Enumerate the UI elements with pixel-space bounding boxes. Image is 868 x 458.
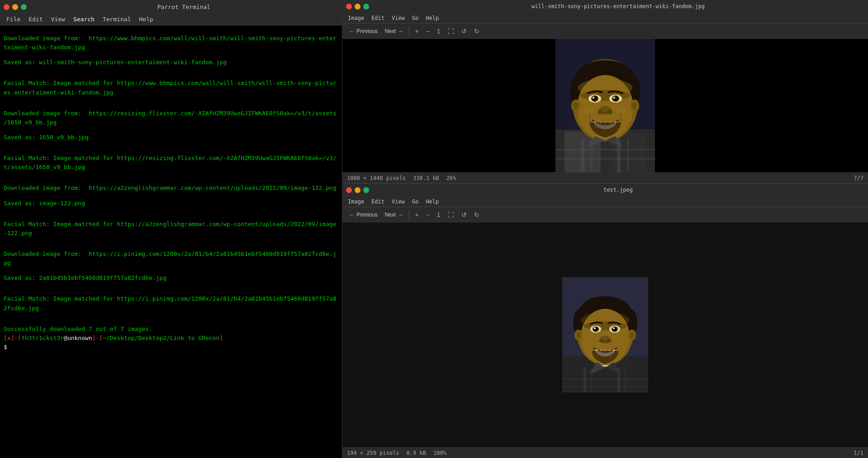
prompt-dollar: $ bbox=[4, 343, 338, 352]
rotate-cw-button[interactable]: ↻ bbox=[471, 26, 482, 36]
viewer-bottom-next-button[interactable]: Next → bbox=[382, 210, 407, 220]
rotate-ccw-button-bottom[interactable]: ↺ bbox=[459, 210, 470, 220]
menu-terminal[interactable]: Terminal bbox=[99, 15, 135, 24]
term-line: Downloaded image from: https://resizing.… bbox=[4, 109, 338, 127]
svg-point-33 bbox=[616, 107, 626, 114]
terminal-body[interactable]: Downloaded image from: https://www.bhmpi… bbox=[0, 25, 342, 458]
terminal-titlebar: Parrot Terminal bbox=[0, 0, 342, 14]
viewer-top-previous-button[interactable]: ← Previous bbox=[346, 26, 380, 36]
viewer-bottom-content bbox=[342, 222, 868, 447]
svg-point-54 bbox=[594, 327, 596, 329]
menu-file[interactable]: File bbox=[3, 15, 24, 24]
prompt-dash2: ]-[ bbox=[92, 334, 103, 343]
viewer-top-menu-view[interactable]: View bbox=[389, 14, 408, 22]
viewer-bottom-toolbar: ← Previous Next → + − 1 ⛶ ↺ bbox=[342, 207, 868, 222]
term-line: Facial Match: Image matched for https://… bbox=[4, 154, 338, 172]
fullscreen-icon: ⛶ bbox=[448, 28, 454, 35]
viewer-bottom-titlebar: test.jpeg bbox=[342, 184, 868, 196]
prompt-dollar-sign: $ bbox=[4, 343, 7, 352]
menu-edit[interactable]: Edit bbox=[25, 15, 46, 24]
viewer-bottom-dimensions: 194 × 259 pixels bbox=[347, 450, 399, 456]
prompt-user: th3tr1ckst3r bbox=[21, 334, 64, 343]
term-line: Facial Match: Image matched for https://… bbox=[4, 220, 338, 238]
viewer-top-menu-go[interactable]: Go bbox=[409, 14, 421, 22]
fullscreen-button[interactable]: ⛶ bbox=[445, 26, 457, 36]
fullscreen-icon-bottom: ⛶ bbox=[448, 211, 454, 218]
zoom-in-icon-bottom: + bbox=[415, 211, 418, 218]
viewer-top-menu-edit[interactable]: Edit bbox=[369, 14, 387, 22]
viewer-top-page: 7/7 bbox=[854, 175, 863, 181]
svg-point-23 bbox=[598, 110, 604, 114]
terminal-maximize-button[interactable] bbox=[21, 4, 27, 10]
viewer-top-next-label: Next bbox=[385, 28, 396, 34]
viewer-bottom-maximize-button[interactable] bbox=[363, 187, 369, 193]
viewer-bottom: test.jpeg Image Edit View Go Help ← Prev… bbox=[342, 184, 868, 458]
viewer-bottom-close-button[interactable] bbox=[346, 187, 352, 193]
term-line: Saved as: 1650_v9_bb.jpg bbox=[4, 133, 338, 142]
term-line: Saved as: will-smith-sony-pictures-enter… bbox=[4, 58, 338, 67]
zoom-1-button-bottom[interactable]: 1 bbox=[434, 210, 443, 220]
arrow-right-icon: → bbox=[397, 28, 403, 35]
viewer-top-menubar: Image Edit View Go Help bbox=[342, 13, 868, 24]
viewer-bottom-next-label: Next bbox=[385, 212, 396, 218]
prompt-dir: ~/Desktop/Desktop2/Link to GRecon bbox=[103, 334, 219, 343]
fullscreen-button-bottom[interactable]: ⛶ bbox=[445, 210, 457, 220]
toolbar-separator bbox=[409, 27, 409, 36]
term-line: Saved as: image-122.png bbox=[4, 199, 338, 208]
viewer-bottom-menu-view[interactable]: View bbox=[389, 198, 408, 206]
prompt-bracket-x: [x] bbox=[4, 334, 14, 343]
term-line: Downloaded image from: https://a2zenglis… bbox=[4, 184, 338, 193]
svg-point-58 bbox=[613, 327, 615, 329]
viewer-bottom-page: 1/1 bbox=[854, 450, 863, 456]
viewer-bottom-status: 194 × 259 pixels 8.9 kB 100% 1/1 bbox=[342, 447, 868, 458]
menu-help[interactable]: Help bbox=[136, 15, 157, 24]
zoom-out-button[interactable]: − bbox=[423, 26, 432, 36]
term-line: Downloaded image from: https://www.bhmpi… bbox=[4, 34, 338, 52]
svg-point-61 bbox=[606, 339, 612, 343]
svg-point-24 bbox=[607, 110, 613, 114]
terminal-minimize-button[interactable] bbox=[12, 4, 18, 10]
rotate-ccw-icon: ↺ bbox=[461, 28, 467, 35]
zoom-1-icon: 1 bbox=[437, 28, 441, 35]
zoom-1-button[interactable]: 1 bbox=[434, 26, 443, 36]
svg-point-13 bbox=[580, 90, 630, 101]
rotate-cw-button-bottom[interactable]: ↻ bbox=[471, 210, 482, 220]
viewer-bottom-image bbox=[562, 277, 648, 392]
term-line: Facial Match: Image matched for https://… bbox=[4, 294, 338, 312]
viewer-bottom-menu-edit[interactable]: Edit bbox=[369, 198, 387, 206]
svg-point-30 bbox=[574, 102, 578, 109]
prompt-host: unknown bbox=[67, 334, 92, 343]
viewer-top-maximize-button[interactable] bbox=[363, 4, 369, 9]
zoom-out-button-bottom[interactable]: − bbox=[423, 210, 432, 220]
menu-view[interactable]: View bbox=[47, 15, 69, 24]
viewer-top-toolbar: ← Previous Next → + − 1 ⛶ ↺ bbox=[342, 24, 868, 39]
rotate-cw-icon-bottom: ↻ bbox=[474, 211, 479, 218]
viewer-bottom-menu-go[interactable]: Go bbox=[409, 198, 421, 206]
zoom-1-icon-bottom: 1 bbox=[437, 211, 441, 218]
svg-point-68 bbox=[630, 332, 634, 338]
svg-point-31 bbox=[632, 102, 637, 109]
viewer-bottom-minimize-button[interactable] bbox=[355, 187, 360, 193]
viewer-bottom-title: test.jpeg bbox=[372, 187, 864, 193]
viewer-bottom-filesize: 8.9 kB bbox=[407, 450, 426, 456]
zoom-out-icon: − bbox=[426, 28, 430, 35]
prompt-at: @ bbox=[64, 334, 67, 343]
viewer-top-close-button[interactable] bbox=[346, 4, 352, 9]
viewer-top-next-button[interactable]: Next → bbox=[382, 26, 407, 36]
viewer-top-menu-help[interactable]: Help bbox=[423, 14, 441, 22]
rotate-cw-icon: ↻ bbox=[474, 28, 479, 35]
viewer-bottom-menu-help[interactable]: Help bbox=[423, 198, 441, 206]
viewer-top-menu-image[interactable]: Image bbox=[345, 14, 367, 22]
viewer-bottom-previous-button[interactable]: ← Previous bbox=[346, 210, 380, 220]
zoom-in-button-bottom[interactable]: + bbox=[412, 210, 421, 220]
menu-search[interactable]: Search bbox=[70, 15, 98, 24]
terminal-close-button[interactable] bbox=[4, 4, 9, 10]
viewer-top-minimize-button[interactable] bbox=[355, 4, 360, 9]
viewer-bottom-menu-image[interactable]: Image bbox=[345, 198, 367, 206]
zoom-in-button[interactable]: + bbox=[412, 26, 421, 36]
svg-point-17 bbox=[593, 97, 594, 99]
viewer-top-previous-label: Previous bbox=[356, 28, 378, 34]
viewer-top: will-smith-sony-pictures-entertaiment-wi… bbox=[342, 0, 868, 184]
rotate-ccw-button[interactable]: ↺ bbox=[459, 26, 470, 36]
viewer-top-filesize: 338.1 kB bbox=[413, 175, 439, 181]
